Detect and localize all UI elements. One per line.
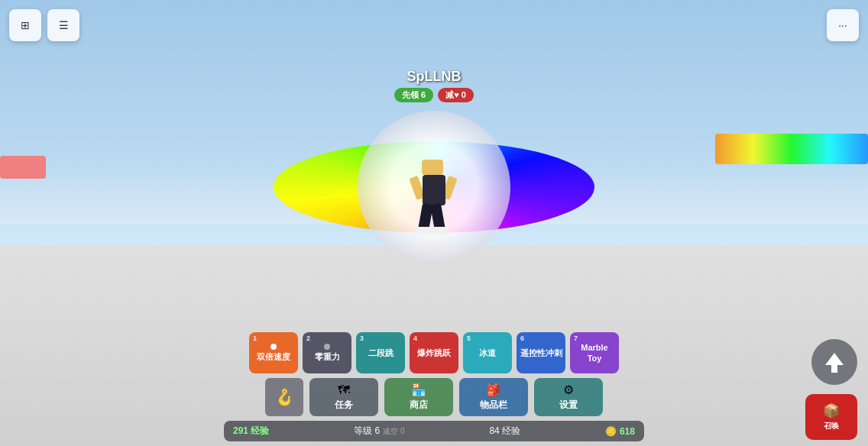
ability-6-label: 遥控性冲刺 [520,347,562,358]
home-button[interactable]: ⊞ [9,9,41,41]
shop-icon: 🏪 [411,383,426,397]
more-icon: ··· [838,19,847,31]
menu-button[interactable]: ☰ [47,9,79,41]
kills-label: 减空 0 [383,426,404,437]
jump-icon [824,350,845,374]
equip-slot[interactable]: 🪝 [265,378,303,416]
ability-bar: 1 双倍速度 2 零重力 3 二段跳 4 爆炸跳跃 5 冰道 6 遥控性冲刺 7… [8,332,860,373]
top-left-buttons: ⊞ ☰ [9,9,79,41]
settings-icon: ⚙ [563,383,574,397]
player-hud: SpLLNB 先领 6 减♥ 0 [394,69,474,102]
coins-icon: 🪙 [605,426,617,437]
exp-label: 291 经验 [233,425,269,438]
ability-4-label: 爆炸跳跃 [417,347,451,358]
ability-3-num: 3 [360,334,364,342]
ability-6[interactable]: 6 遥控性冲刺 [517,332,565,373]
summon-button[interactable]: 📦 召唤 [805,394,857,440]
player-character [411,160,457,251]
player-name: SpLLNB [407,69,462,85]
char-head [422,160,443,175]
home-icon: ⊞ [21,19,30,31]
jump-button[interactable] [811,339,857,385]
top-right-area: ··· [827,9,859,41]
shop-label: 商店 [410,399,428,412]
inventory-button[interactable]: 🎒 物品栏 [459,378,528,416]
equip-icon: 🪝 [275,388,294,406]
level-display: 等级 6 减空 0 [354,425,404,438]
ability-4-num: 4 [413,334,417,342]
ability-7-num: 7 [574,334,578,342]
ability-5-label: 冰道 [479,347,496,358]
menu-icon: ☰ [59,19,69,31]
stat-deaths: 减♥ 0 [438,88,474,102]
ability-3[interactable]: 3 二段跳 [356,332,405,373]
more-options-button[interactable]: ··· [827,9,859,41]
score-label: 84 经验 [489,425,520,438]
menu-buttons: 🗺 任务 🏪 商店 🎒 物品栏 ⚙ 设置 [309,378,603,416]
ability-1-icon [270,344,277,350]
ability-7[interactable]: 7 Marble Toy [570,332,619,373]
ability-5-num: 5 [467,334,471,342]
ability-2-num: 2 [306,334,310,342]
inventory-icon: 🎒 [486,383,501,397]
ability-2[interactable]: 2 零重力 [303,332,351,373]
quest-button[interactable]: 🗺 任务 [309,378,378,416]
ability-1-num: 1 [253,334,257,342]
svg-marker-0 [825,353,844,373]
coins-label: 618 [620,426,635,437]
quest-label: 任务 [335,399,353,412]
player-stats: 先领 6 减♥ 0 [394,88,474,102]
bottom-panel: 1 双倍速度 2 零重力 3 二段跳 4 爆炸跳跃 5 冰道 6 遥控性冲刺 7… [0,332,868,446]
stat-kills: 先领 6 [394,88,433,102]
ability-1[interactable]: 1 双倍速度 [249,332,298,373]
ability-4[interactable]: 4 爆炸跳跃 [410,332,458,373]
settings-button[interactable]: ⚙ 设置 [534,378,603,416]
char-shoe-left [416,227,431,234]
ability-3-label: 二段跳 [368,347,394,358]
settings-label: 设置 [559,399,578,412]
char-body [411,160,457,251]
inventory-label: 物品栏 [480,399,507,412]
shop-button[interactable]: 🏪 商店 [384,378,453,416]
ability-2-label: 零重力 [315,351,340,362]
summon-label: 召唤 [824,421,839,431]
score-display: 84 经验 [489,425,520,438]
special-button-area: 📦 召唤 [805,394,857,440]
pink-platform [0,156,46,179]
summon-icon: 📦 [823,402,840,419]
ability-2-icon [324,344,330,350]
menu-row: 🪝 🗺 任务 🏪 商店 🎒 物品栏 ⚙ 设置 [8,378,860,416]
ability-6-num: 6 [520,334,524,342]
rainbow-ramp [715,134,868,164]
char-torso [423,175,445,205]
exp-display: 291 经验 [233,425,269,438]
coins-display: 🪙 618 [605,426,635,437]
level-label: 等级 6 [354,425,380,438]
quest-icon: 🗺 [338,383,350,397]
ability-7-label: Marble Toy [573,342,616,364]
char-shoe-right [432,227,448,234]
ability-1-label: 双倍速度 [257,351,290,362]
status-bar: 291 经验 等级 6 减空 0 84 经验 🪙 618 [224,421,644,441]
ability-5[interactable]: 5 冰道 [463,332,512,373]
